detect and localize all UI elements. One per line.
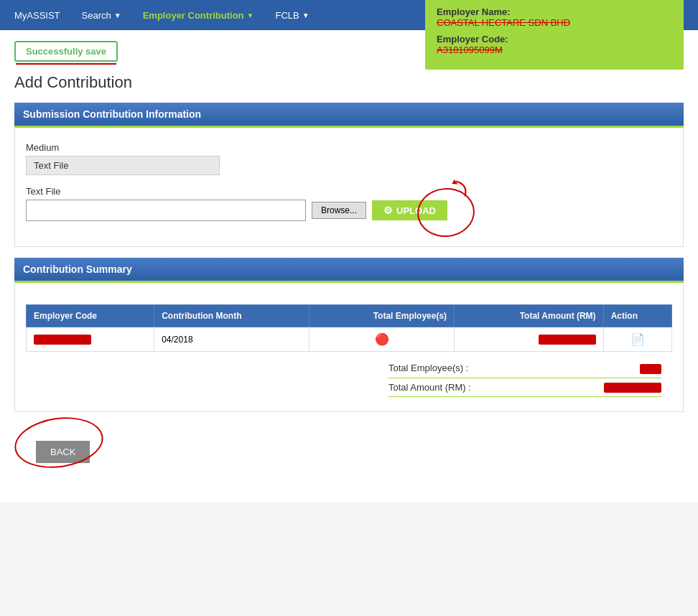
total-amount-redacted-2	[604, 383, 661, 393]
totals-employees-value	[640, 363, 661, 374]
totals-amount-value	[604, 382, 661, 393]
navbar-item-myassist[interactable]: MyASSIST	[11, 10, 64, 21]
navbar-item-employer-contribution[interactable]: Employer Contribution ▼	[139, 10, 258, 21]
back-button[interactable]: BACK	[36, 441, 90, 463]
navbar-item-search[interactable]: Search ▼	[78, 10, 125, 21]
col-contribution-month: Contribution Month	[154, 305, 310, 327]
col-total-amount: Total Amount (RM)	[455, 305, 604, 327]
table-row: 04/2018 🔴 📄	[27, 327, 672, 352]
total-employees-redacted	[640, 364, 661, 374]
cell-employer-code	[27, 327, 154, 352]
textfile-group: Text File Browse... ⚙ UPLOAD	[26, 186, 672, 221]
cell-total-amount	[455, 327, 604, 352]
contribution-section-header: Contribution Summary	[14, 258, 684, 283]
medium-group: Medium Text File	[26, 142, 672, 175]
contribution-table: Employer Code Contribution Month Total E…	[26, 304, 672, 352]
medium-label: Medium	[26, 142, 672, 153]
medium-value: Text File	[26, 156, 220, 175]
employer-name-label: Employer Name:	[437, 6, 511, 17]
cell-total-employees: 🔴	[310, 327, 455, 352]
back-button-wrap: BACK	[25, 426, 101, 477]
cell-action[interactable]: 📄	[603, 327, 671, 352]
totals-table: Total Employee(s) : Total Amount (RM) :	[388, 359, 661, 397]
col-employer-code: Employer Code	[27, 305, 154, 327]
main-content: Successfully save Employer Name: COASTAL…	[0, 30, 698, 503]
browse-button[interactable]: Browse...	[312, 202, 366, 219]
total-amount-redacted	[539, 335, 596, 345]
action-doc-icon[interactable]: 📄	[630, 333, 645, 345]
totals-employees-row: Total Employee(s) :	[388, 359, 661, 378]
employer-code-label: Employer Code:	[437, 34, 508, 45]
page-title: Add Contribution	[14, 73, 684, 92]
submission-form: Medium Text File Text File Browse... ⚙ U…	[14, 128, 684, 247]
search-dropdown-arrow: ▼	[114, 11, 121, 19]
employer-contribution-dropdown-arrow: ▼	[247, 11, 254, 19]
navbar-item-fclb[interactable]: FCLB ▼	[271, 10, 312, 21]
totals-employees-label: Total Employee(s) :	[388, 363, 468, 374]
cell-contribution-month: 04/2018	[154, 327, 310, 352]
totals-section: Total Employee(s) : Total Amount (RM) :	[26, 352, 672, 397]
file-upload-row: Browse... ⚙ UPLOAD	[26, 200, 672, 221]
upload-button[interactable]: ⚙ UPLOAD	[372, 200, 447, 220]
employer-info-box: Employer Name: COASTAL HECTARE SDN BHD E…	[425, 0, 684, 70]
employer-code-value: A3181095099M	[437, 45, 503, 55]
totals-amount-label: Total Amount (RM) :	[388, 382, 471, 393]
success-alert: Successfully save	[14, 41, 118, 62]
totals-amount-row: Total Amount (RM) :	[388, 378, 661, 398]
svg-marker-0	[452, 179, 457, 185]
employer-name-value: COASTAL HECTARE SDN BHD	[437, 17, 570, 28]
file-input[interactable]	[26, 200, 306, 221]
col-action: Action	[603, 305, 671, 327]
col-total-employees: Total Employee(s)	[310, 305, 455, 327]
employer-code-redacted	[34, 335, 91, 345]
table-header-row: Employer Code Contribution Month Total E…	[27, 305, 672, 327]
gear-icon: ⚙	[383, 205, 393, 216]
employees-icon: 🔴	[375, 333, 389, 345]
submission-section-header: Submission Contribution Information	[14, 103, 684, 128]
contribution-table-section: Employer Code Contribution Month Total E…	[14, 283, 684, 412]
fclb-dropdown-arrow: ▼	[302, 11, 310, 19]
textfile-label: Text File	[26, 186, 672, 197]
